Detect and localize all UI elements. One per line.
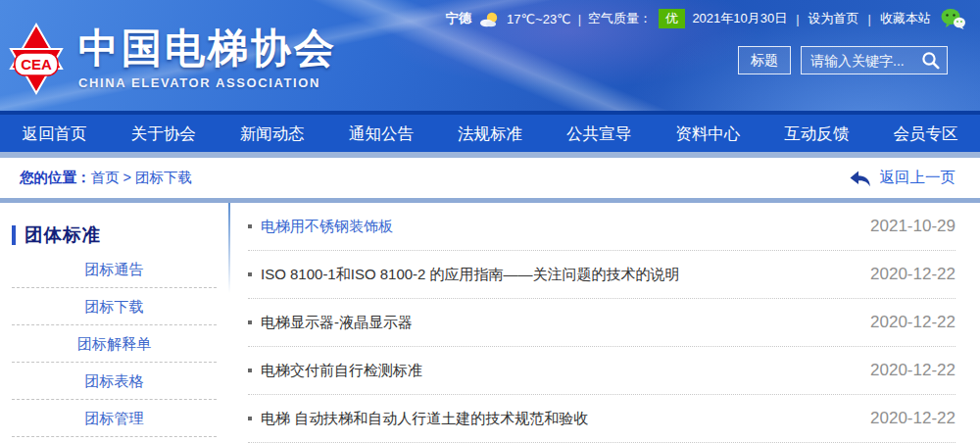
list-item-link[interactable]: 电梯 自动扶梯和自动人行道土建的技术规范和验收 (261, 410, 851, 428)
list-item: 电梯用不锈钢装饰板 2021-10-29 (248, 203, 956, 251)
city-label: 宁德 (446, 10, 471, 27)
breadcrumb-current[interactable]: 团标下载 (135, 170, 192, 185)
search-box (801, 46, 948, 74)
list-item: 电梯显示器-液晶显示器 2020-12-22 (248, 299, 956, 347)
nav-item-about[interactable]: 关于协会 (109, 115, 218, 152)
separator: | (868, 12, 871, 26)
sidebar-item-notices[interactable]: 团标通告 (12, 251, 217, 288)
nav-item-regulations[interactable]: 法规标准 (435, 115, 544, 152)
date-label: 2021年10月30日 (692, 10, 787, 27)
search-area: 标题 (738, 46, 948, 74)
nav-item-publicity[interactable]: 公共宣导 (545, 115, 654, 152)
set-home-link[interactable]: 设为首页 (808, 10, 859, 27)
back-to-previous-link[interactable]: 返回上一页 (849, 158, 956, 198)
weather-group: 宁德 17℃~23℃ | 空气质量： 优 (446, 9, 685, 28)
breadcrumb: 您的位置：首页 > 团标下载 (20, 158, 192, 198)
list-item-date: 2021-10-29 (870, 217, 956, 236)
bullet-icon (248, 224, 252, 228)
weather-icon (478, 11, 500, 27)
nav-item-news[interactable]: 新闻动态 (218, 115, 326, 152)
nav-item-resources[interactable]: 资料中心 (654, 115, 762, 152)
breadcrumb-home-link[interactable]: 首页 (91, 170, 120, 185)
list-item-link[interactable]: 电梯交付前自行检测标准 (261, 362, 851, 380)
separator: | (796, 12, 799, 26)
sidebar-title: 团体标准 (24, 222, 101, 247)
sidebar: 团体标准 团标通告 团标下载 团标解释单 团标表格 团标管理 (0, 203, 228, 437)
site-subtitle: CHINA ELEVATOR ASSOCIATION (78, 75, 337, 90)
sidebar-item-interpretations[interactable]: 团标解释单 (12, 325, 217, 363)
bullet-icon (248, 320, 252, 324)
top-links-group: 2021年10月30日 | 设为首页 | 收藏本站 (692, 8, 966, 29)
site-title-block: 中国电梯协会 CHINA ELEVATOR ASSOCIATION (78, 27, 337, 89)
list-item-link[interactable]: 电梯用不锈钢装饰板 (261, 218, 851, 236)
nav-item-home[interactable]: 返回首页 (0, 115, 109, 152)
search-category-select[interactable]: 标题 (738, 46, 791, 74)
nav-item-members[interactable]: 会员专区 (871, 115, 980, 152)
list-item: 电梯交付前自行检测标准 2020-12-22 (248, 347, 956, 395)
cea-logo-icon: CEA (8, 22, 65, 96)
sidebar-item-management[interactable]: 团标管理 (12, 400, 217, 437)
main-content: 团体标准 团标通告 团标下载 团标解释单 团标表格 团标管理 电梯用不锈钢装饰板… (0, 203, 980, 443)
bullet-icon (248, 369, 252, 372)
search-input[interactable] (810, 53, 919, 69)
list-item-link[interactable]: 电梯显示器-液晶显示器 (261, 314, 851, 332)
logo-text: CEA (21, 56, 52, 73)
standards-list: 电梯用不锈钢装饰板 2021-10-29 ISO 8100-1和ISO 8100… (228, 203, 980, 443)
breadcrumb-label: 您的位置： (20, 170, 91, 185)
nav-item-notice[interactable]: 通知公告 (326, 115, 435, 152)
list-item-date: 2020-12-22 (870, 313, 956, 332)
list-item-date: 2020-12-22 (870, 265, 956, 284)
logo-block[interactable]: CEA 中国电梯协会 CHINA ELEVATOR ASSOCIATION (8, 22, 337, 96)
sidebar-title-block: 团体标准 (12, 222, 228, 247)
list-item-date: 2020-12-22 (870, 361, 956, 380)
site-title: 中国电梯协会 (78, 27, 337, 70)
site-header: 宁德 17℃~23℃ | 空气质量： 优 2021年10月30日 | 设为首页 … (0, 0, 980, 111)
list-item: 电梯 自动扶梯和自动人行道土建的技术规范和验收 2020-12-22 (248, 395, 956, 443)
wechat-icon[interactable] (940, 8, 966, 29)
back-link-label: 返回上一页 (880, 168, 956, 188)
bullet-icon (248, 417, 252, 420)
nav-item-feedback[interactable]: 互动反馈 (762, 115, 871, 152)
separator: | (578, 12, 581, 26)
favorite-link[interactable]: 收藏本站 (880, 10, 931, 27)
search-icon (921, 51, 940, 70)
bullet-icon (248, 272, 252, 276)
sidebar-item-forms[interactable]: 团标表格 (12, 363, 217, 400)
temperature-label: 17℃~23℃ (507, 12, 571, 26)
list-item-date: 2020-12-22 (870, 409, 956, 428)
search-button[interactable] (919, 50, 941, 72)
breadcrumb-separator: > (120, 170, 136, 185)
list-item-link[interactable]: ISO 8100-1和ISO 8100-2 的应用指南——关注问题的技术的说明 (261, 266, 851, 284)
air-quality-label: 空气质量： (588, 10, 652, 27)
sidebar-item-downloads[interactable]: 团标下载 (12, 288, 217, 325)
breadcrumb-bar: 您的位置：首页 > 团标下载 返回上一页 (0, 158, 980, 198)
back-arrow-icon (849, 169, 872, 188)
list-item: ISO 8100-1和ISO 8100-2 的应用指南——关注问题的技术的说明 … (248, 251, 956, 299)
main-nav: 返回首页 关于协会 新闻动态 通知公告 法规标准 公共宣导 资料中心 互动反馈 … (0, 115, 980, 152)
air-quality-badge: 优 (659, 9, 685, 28)
sidebar-title-bar (12, 225, 16, 245)
